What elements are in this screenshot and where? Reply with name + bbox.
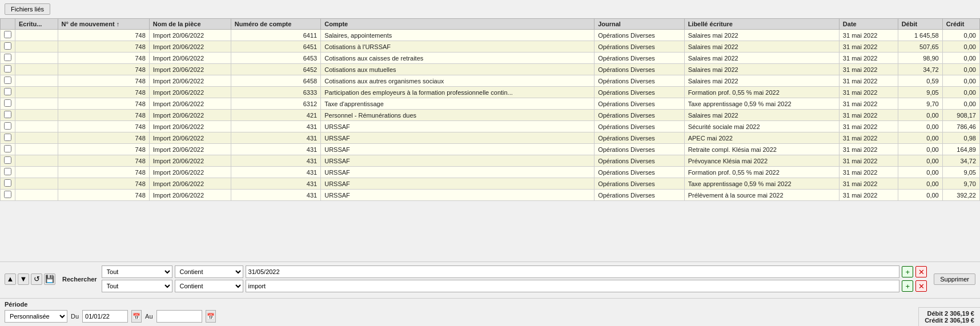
cell-debit: 0,00 [898,190,942,201]
row-checkbox-cell [1,41,15,53]
table-row[interactable]: 748Import 20/06/2022431URSSAFOpérations … [1,155,980,167]
row-checkbox[interactable] [4,179,11,187]
cell-compte-num: 6411 [231,30,320,41]
au-calendar-button[interactable]: 📅 [206,310,216,323]
col-header-credit[interactable]: Crédit [942,19,979,30]
col-header-check[interactable] [1,19,15,30]
cell-date: 31 mai 2022 [839,144,898,155]
table-row[interactable]: 748Import 20/06/20226312Taxe d'apprentis… [1,98,980,110]
du-date-input[interactable] [82,310,128,323]
cell-mouvement: 748 [58,53,149,64]
table-row[interactable]: 748Import 20/06/2022431URSSAFOpérations … [1,144,980,155]
row-checkbox[interactable] [4,145,11,152]
row-checkbox[interactable] [4,134,11,141]
col-header-mouvement[interactable]: N° de mouvement ↑ [58,19,149,30]
col-header-ecriture[interactable]: Ecritu... [15,19,58,30]
col-header-compte[interactable]: Compte [321,19,595,30]
row-checkbox[interactable] [4,191,11,198]
table-row[interactable]: 748Import 20/06/2022431URSSAFOpérations … [1,190,980,201]
cell-credit: 0,00 [942,41,979,53]
cell-journal: Opérations Diverses [595,64,684,75]
table-row[interactable]: 748Import 20/06/2022431URSSAFOpérations … [1,167,980,178]
cell-mouvement: 748 [58,144,149,155]
cell-debit: 9,70 [898,98,942,110]
cell-ecriture [15,110,58,121]
move-up-button[interactable]: ▲ [5,273,16,285]
cell-debit: 0,00 [898,155,942,167]
search-value-input-1[interactable] [246,265,900,278]
cell-piece: Import 20/06/2022 [149,30,231,41]
cell-mouvement: 748 [58,98,149,110]
cell-date: 31 mai 2022 [839,121,898,132]
cell-credit: 908,17 [942,110,979,121]
cell-piece: Import 20/06/2022 [149,64,231,75]
du-calendar-button[interactable]: 📅 [131,310,142,323]
table-row[interactable]: 748Import 20/06/2022431URSSAFOpérations … [1,132,980,144]
table-row[interactable]: 748Import 20/06/20226451Cotisations à l'… [1,41,980,53]
search-condition-select-1[interactable]: Contient Egal à Commence par Finit par [175,265,243,278]
cell-compte-num: 6452 [231,64,320,75]
table-row[interactable]: 748Import 20/06/2022421Personnel - Rémun… [1,110,980,121]
col-header-debit[interactable]: Débit [898,19,942,30]
search-value-input-2[interactable] [246,280,900,292]
search-field-select-1[interactable]: Tout Ecriture Mouvement Nom de la pièce … [102,265,172,278]
col-header-piece[interactable]: Nom de la pièce [149,19,231,30]
add-search-row-button-1[interactable]: + [902,266,913,277]
table-row[interactable]: 748Import 20/06/20226333Participation de… [1,87,980,98]
cell-libelle: Taxe apprentissage 0,59 % mai 2022 [684,178,839,190]
remove-search-row-button-2[interactable]: ✕ [915,280,927,292]
table-row[interactable]: 748Import 20/06/20226452Cotisations aux … [1,64,980,75]
table-row[interactable]: 748Import 20/06/20226411Salaires, appoin… [1,30,980,41]
refresh-button[interactable]: ↺ [31,273,42,285]
cell-compte-num: 431 [231,144,320,155]
cell-compte-num: 431 [231,167,320,178]
cell-mouvement: 748 [58,155,149,167]
row-checkbox-cell [1,167,15,178]
row-checkbox[interactable] [4,65,11,73]
cell-compte: URSSAF [321,121,595,132]
row-checkbox[interactable] [4,77,11,84]
add-search-row-button-2[interactable]: + [902,280,913,292]
cell-ecriture [15,64,58,75]
cell-date: 31 mai 2022 [839,87,898,98]
spacer [0,201,980,261]
remove-search-row-button-1[interactable]: ✕ [915,266,927,277]
cell-journal: Opérations Diverses [595,190,684,201]
col-header-journal[interactable]: Journal [595,19,684,30]
table-row[interactable]: 748Import 20/06/2022431URSSAFOpérations … [1,178,980,190]
cell-compte: URSSAF [321,167,595,178]
fichiers-lies-button[interactable]: Fichiers liés [5,3,50,15]
periode-type-select[interactable]: Personnalisée Tout Mois en cours Année e… [5,310,67,323]
col-header-date[interactable]: Date [839,19,898,30]
col-header-libelle[interactable]: Libellé écriture [684,19,839,30]
cell-ecriture [15,121,58,132]
row-checkbox[interactable] [4,99,11,107]
table-row[interactable]: 748Import 20/06/20226453Cotisations aux … [1,53,980,64]
search-condition-select-2[interactable]: Contient Egal à Commence par Finit par [175,280,243,292]
cell-piece: Import 20/06/2022 [149,87,231,98]
row-checkbox-cell [1,144,15,155]
row-checkbox[interactable] [4,88,11,95]
row-checkbox[interactable] [4,31,11,38]
row-checkbox[interactable] [4,156,11,164]
row-checkbox-cell [1,75,15,87]
cell-journal: Opérations Diverses [595,41,684,53]
cell-debit: 0,00 [898,178,942,190]
save-button[interactable]: 💾 [44,273,55,285]
au-date-input[interactable] [156,310,202,323]
col-header-compte-num[interactable]: Numéro de compte [231,19,320,30]
table-row[interactable]: 748Import 20/06/2022431URSSAFOpérations … [1,121,980,132]
cell-mouvement: 748 [58,167,149,178]
search-field-select-2[interactable]: Tout Ecriture Mouvement Nom de la pièce … [102,280,172,292]
row-checkbox[interactable] [4,42,11,50]
cell-compte: Participation des employeurs à la format… [321,87,595,98]
cell-credit: 164,89 [942,144,979,155]
cell-journal: Opérations Diverses [595,178,684,190]
row-checkbox[interactable] [4,111,11,118]
row-checkbox[interactable] [4,122,11,130]
move-down-button[interactable]: ▼ [18,273,29,285]
supprimer-button[interactable]: Supprimer [934,273,975,285]
table-row[interactable]: 748Import 20/06/20226458Cotisations aux … [1,75,980,87]
row-checkbox[interactable] [4,168,11,175]
row-checkbox[interactable] [4,54,11,61]
